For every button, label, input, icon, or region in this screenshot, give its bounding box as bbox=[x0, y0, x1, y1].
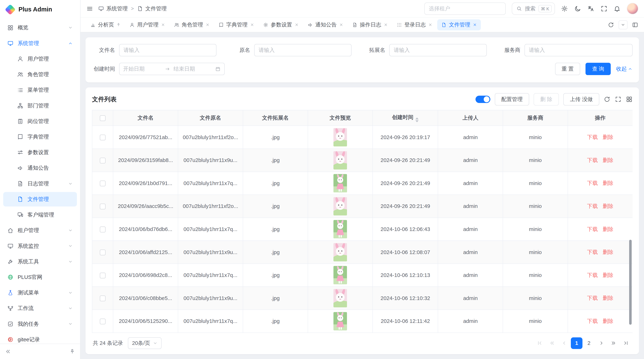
tab-file-management[interactable]: 文件管理 bbox=[437, 19, 481, 30]
sidebar-item-post-management[interactable]: 岗位管理 bbox=[3, 114, 77, 128]
sidebar-item-test-menu[interactable]: 测试菜单 bbox=[3, 286, 77, 300]
user-avatar[interactable] bbox=[627, 3, 638, 14]
jump-forward-button[interactable] bbox=[608, 337, 619, 349]
row-checkbox[interactable] bbox=[100, 158, 106, 163]
reset-button[interactable]: 重 置 bbox=[555, 63, 580, 75]
sidebar-item-my-tasks[interactable]: 我的任务 bbox=[3, 317, 77, 331]
sidebar-item-menu-management[interactable]: 菜单管理 bbox=[3, 83, 77, 97]
delete-link[interactable]: 删除 bbox=[603, 249, 614, 255]
delete-link[interactable]: 删除 bbox=[603, 134, 614, 140]
app-logo[interactable]: Plus Admin bbox=[0, 0, 80, 19]
tab-login-log[interactable]: 登录日志 bbox=[393, 19, 436, 30]
config-management-button[interactable]: 配置管理 bbox=[495, 93, 529, 105]
close-icon[interactable] bbox=[339, 23, 343, 27]
download-link[interactable]: 下载 bbox=[587, 203, 598, 209]
translate-button[interactable] bbox=[587, 5, 594, 12]
file-preview-image[interactable] bbox=[334, 128, 347, 146]
download-link[interactable]: 下载 bbox=[587, 249, 598, 255]
row-checkbox[interactable] bbox=[100, 250, 106, 255]
date-range-picker[interactable]: 开始日期 结束日期 bbox=[119, 63, 225, 75]
sidebar-item-overview[interactable]: 概览 bbox=[3, 20, 77, 35]
layout-panel-button[interactable] bbox=[632, 22, 638, 28]
sidebar-item-system-tools[interactable]: 系统工具 bbox=[3, 254, 77, 269]
extension-input[interactable] bbox=[389, 44, 486, 56]
last-page-button[interactable] bbox=[620, 337, 632, 349]
sidebar-item-plus-website[interactable]: PLUS官网 bbox=[3, 270, 77, 284]
original-name-input[interactable] bbox=[254, 44, 352, 56]
sidebar-item-tenant-management[interactable]: 租户管理 bbox=[3, 223, 77, 238]
first-page-button[interactable] bbox=[534, 337, 546, 349]
page-1-button[interactable]: 1 bbox=[571, 337, 582, 349]
sidebar-item-gitee-log[interactable]: gitee记录 bbox=[3, 332, 77, 344]
column-settings-button[interactable] bbox=[626, 96, 632, 103]
file-preview-image[interactable] bbox=[334, 174, 347, 192]
table-scrollbar-thumb[interactable] bbox=[629, 240, 632, 325]
settings-button[interactable] bbox=[561, 5, 568, 12]
fullscreen-list-button[interactable] bbox=[615, 96, 622, 103]
delete-link[interactable]: 删除 bbox=[603, 295, 614, 301]
next-page-button[interactable] bbox=[596, 337, 607, 349]
delete-link[interactable]: 删除 bbox=[603, 226, 614, 232]
download-link[interactable]: 下载 bbox=[587, 134, 598, 140]
download-link[interactable]: 下载 bbox=[587, 180, 598, 186]
dark-mode-button[interactable] bbox=[574, 5, 581, 12]
close-icon[interactable] bbox=[295, 23, 299, 27]
download-link[interactable]: 下载 bbox=[587, 226, 598, 232]
upload-button[interactable]: 上传 没做 bbox=[563, 93, 599, 105]
download-link[interactable]: 下载 bbox=[587, 295, 598, 301]
sidebar-item-log-management[interactable]: 日志管理 bbox=[3, 176, 77, 191]
row-checkbox[interactable] bbox=[100, 204, 106, 209]
delete-link[interactable]: 删除 bbox=[603, 272, 614, 278]
sidebar-item-client-management[interactable]: 客户端管理 bbox=[3, 208, 77, 222]
row-checkbox[interactable] bbox=[100, 273, 106, 278]
sidebar-item-file-management[interactable]: 文件管理 bbox=[3, 192, 77, 206]
tab-parameter-settings[interactable]: 参数设置 bbox=[259, 19, 303, 30]
refresh-tab-button[interactable] bbox=[608, 22, 614, 28]
tab-notice[interactable]: 通知公告 bbox=[304, 19, 347, 30]
file-preview-image[interactable] bbox=[334, 197, 347, 215]
close-icon[interactable] bbox=[473, 23, 477, 27]
tab-operation-log[interactable]: 操作日志 bbox=[348, 19, 392, 30]
delete-link[interactable]: 删除 bbox=[603, 318, 614, 324]
delete-link[interactable]: 删除 bbox=[603, 157, 614, 163]
row-checkbox[interactable] bbox=[100, 181, 106, 186]
file-preview-image[interactable] bbox=[334, 151, 347, 169]
global-search-button[interactable]: 搜索 ⌘ K bbox=[512, 2, 555, 15]
column-header-created-time[interactable]: 创建时间 bbox=[373, 110, 438, 126]
breadcrumb-item[interactable]: 系统管理 bbox=[106, 5, 128, 12]
search-panel-toggle[interactable] bbox=[476, 96, 490, 103]
fullscreen-button[interactable] bbox=[600, 5, 608, 12]
close-icon[interactable] bbox=[428, 23, 432, 27]
sidebar-item-department-management[interactable]: 部门管理 bbox=[3, 98, 77, 113]
refresh-list-button[interactable] bbox=[604, 96, 610, 103]
close-icon[interactable] bbox=[250, 23, 254, 27]
tab-options-button[interactable] bbox=[618, 20, 628, 29]
tenant-select-input[interactable] bbox=[424, 2, 506, 15]
sidebar-item-parameter-settings[interactable]: 参数设置 bbox=[3, 145, 77, 160]
notifications-button[interactable] bbox=[614, 5, 620, 12]
jump-back-button[interactable] bbox=[546, 337, 558, 349]
sidebar-item-user-management[interactable]: 用户管理 bbox=[3, 52, 77, 66]
query-button[interactable]: 查 询 bbox=[586, 63, 611, 75]
file-preview-image[interactable] bbox=[334, 220, 347, 238]
file-preview-image[interactable] bbox=[334, 312, 347, 330]
row-checkbox[interactable] bbox=[100, 319, 106, 324]
row-checkbox[interactable] bbox=[100, 135, 106, 140]
page-size-select[interactable]: 20条/页 bbox=[128, 337, 162, 349]
tab-analysis[interactable]: 分析页 bbox=[86, 19, 125, 30]
pin-sidebar-icon[interactable] bbox=[70, 349, 75, 354]
filename-input[interactable] bbox=[119, 44, 216, 56]
close-icon[interactable] bbox=[384, 23, 388, 27]
tab-dictionary-management[interactable]: 字典管理 bbox=[214, 19, 258, 30]
sidebar-item-notice[interactable]: 通知公告 bbox=[3, 161, 77, 175]
delete-link[interactable]: 删除 bbox=[603, 203, 614, 209]
sidebar-item-system-management[interactable]: 系统管理 bbox=[3, 36, 77, 50]
sidebar-item-system-monitor[interactable]: 系统监控 bbox=[3, 239, 77, 253]
download-link[interactable]: 下载 bbox=[587, 157, 598, 163]
prev-page-button[interactable] bbox=[559, 337, 570, 349]
row-checkbox[interactable] bbox=[100, 227, 106, 232]
file-preview-image[interactable] bbox=[334, 266, 347, 284]
collapse-filter-link[interactable]: 收起 bbox=[616, 65, 632, 73]
tab-user-management[interactable]: 用户管理 bbox=[126, 19, 169, 30]
toggle-sidebar-button[interactable] bbox=[86, 5, 93, 12]
